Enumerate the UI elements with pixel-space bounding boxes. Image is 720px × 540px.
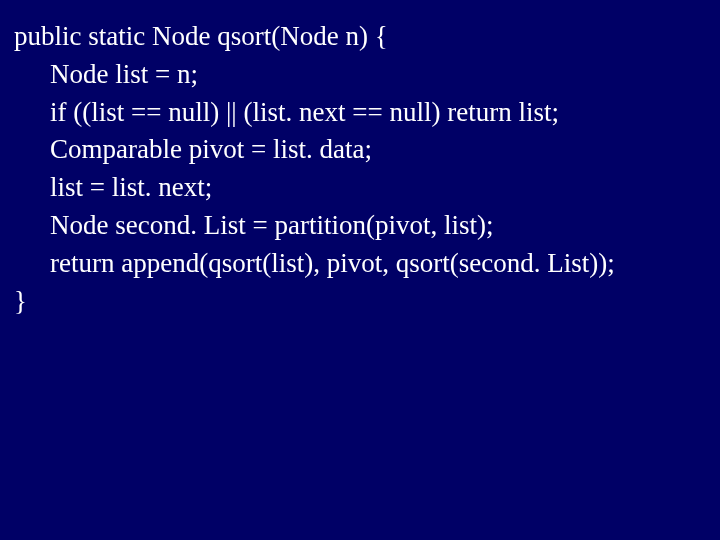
code-line-3: if ((list == null) || (list. next == nul… [14,94,706,132]
code-line-5: list = list. next; [14,169,706,207]
code-line-7: return append(qsort(list), pivot, qsort(… [14,245,706,283]
code-line-2: Node list = n; [14,56,706,94]
code-slide: public static Node qsort(Node n) { Node … [0,0,720,540]
code-line-4: Comparable pivot = list. data; [14,131,706,169]
code-line-1: public static Node qsort(Node n) { [14,18,706,56]
code-line-6: Node second. List = partition(pivot, lis… [14,207,706,245]
code-line-8: } [14,283,706,321]
